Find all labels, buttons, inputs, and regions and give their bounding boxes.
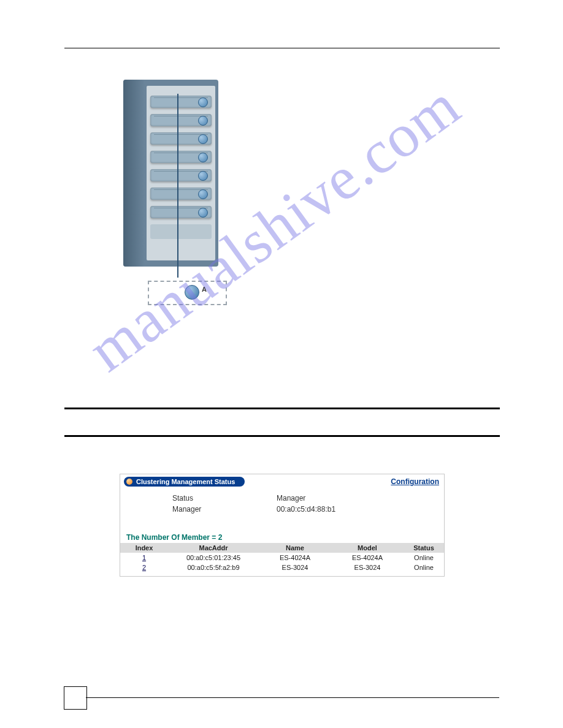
external-switch-icon <box>185 285 199 300</box>
manager-row: Manager 00:a0:c5:d4:88:b1 <box>120 504 444 515</box>
status-row: Status Manager <box>120 493 444 504</box>
member-status: Online <box>404 563 444 572</box>
switch-slot <box>150 132 212 145</box>
switch-slot <box>150 188 212 200</box>
rack-inner <box>147 86 215 260</box>
orb-icon <box>126 479 132 485</box>
switch-slot <box>150 151 212 163</box>
panel-title-pill: Clustering Management Status <box>124 477 245 487</box>
footer-rule <box>86 697 499 698</box>
member-index-link[interactable]: 1 <box>120 553 168 563</box>
members-table: Index MacAddr Name Model Status 1 00:a0:… <box>120 543 444 572</box>
col-index: Index <box>120 543 168 553</box>
rack-side-panel <box>123 80 145 267</box>
table-row: 1 00:a0:c5:01:23:45 ES-4024A ES-4024A On… <box>120 553 444 563</box>
panel-title-text: Clustering Management Status <box>136 478 235 485</box>
manager-value: 00:a0:c5:d4:88:b1 <box>252 505 444 514</box>
member-model: ES-3024 <box>331 563 404 572</box>
section-rule-upper <box>64 408 500 409</box>
clustering-status-panel: Clustering Management Status Configurati… <box>120 474 445 577</box>
switch-icon <box>198 116 208 126</box>
switch-icon <box>198 97 208 107</box>
status-label: Status <box>120 494 252 502</box>
switch-icon <box>198 153 208 162</box>
cluster-figure: A <box>113 74 242 313</box>
member-mac: 00:a0:c5:5f:a2:b9 <box>168 563 259 572</box>
col-model: Model <box>331 543 404 553</box>
member-model: ES-4024A <box>331 553 404 563</box>
member-status: Online <box>404 553 444 563</box>
switch-slot <box>150 169 212 181</box>
member-name: ES-3024 <box>259 563 331 572</box>
col-status: Status <box>404 543 444 553</box>
connection-cable <box>177 94 178 278</box>
rack-body <box>123 80 218 267</box>
switch-icon <box>198 189 208 199</box>
member-mac: 00:a0:c5:01:23:45 <box>168 553 259 563</box>
col-mac: MacAddr <box>168 543 259 553</box>
configuration-link[interactable]: Configuration <box>391 477 439 486</box>
member-index-link[interactable]: 2 <box>120 563 168 572</box>
status-value: Manager <box>252 494 444 502</box>
section-rule-lower <box>64 435 500 437</box>
switch-icon <box>198 171 208 181</box>
manager-label: Manager <box>120 505 252 514</box>
member-count-label: The Number Of Member = 2 <box>120 515 444 543</box>
external-switch-label: A <box>202 286 207 293</box>
page-number-box <box>64 686 87 710</box>
switch-slot <box>150 96 212 108</box>
member-name: ES-4024A <box>259 553 331 563</box>
header-rule <box>64 48 500 48</box>
switch-slot <box>150 114 212 126</box>
col-name: Name <box>259 543 331 553</box>
switch-slot <box>150 206 212 218</box>
rack-base-slot <box>150 224 212 239</box>
switch-icon <box>198 208 208 218</box>
switch-icon <box>198 134 208 144</box>
table-row: 2 00:a0:c5:5f:a2:b9 ES-3024 ES-3024 Onli… <box>120 563 444 572</box>
